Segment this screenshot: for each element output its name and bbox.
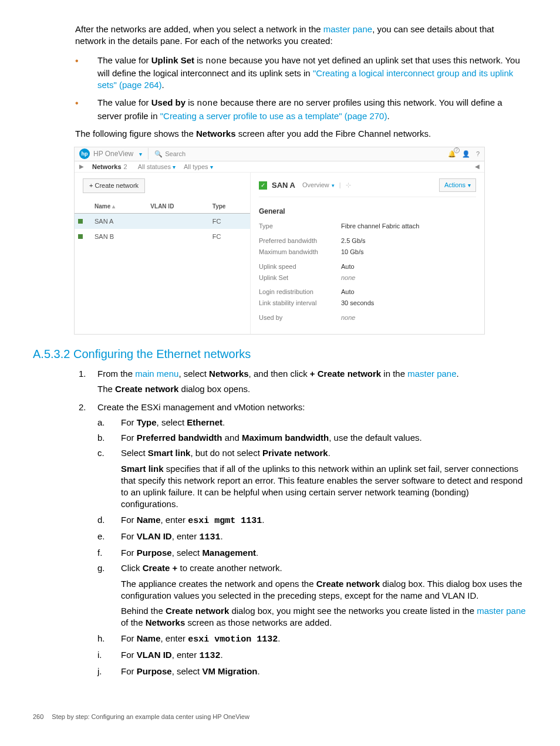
create-network-button[interactable]: + Create network (83, 178, 145, 193)
notification-badge: 2 (454, 147, 460, 153)
details-pane: ✓ SAN A Overview ▾ | ⊹ Actions▾ General … (251, 173, 484, 334)
text: The value for (97, 97, 151, 107)
substep-c-note: Smart link specifies that if all of the … (121, 463, 527, 511)
help-icon[interactable]: ? (476, 150, 480, 158)
text: . (162, 80, 164, 90)
text: is (194, 55, 205, 65)
property-key: Type (259, 222, 341, 231)
col-type[interactable]: Type (209, 200, 250, 213)
text: none (205, 56, 227, 66)
step-2: 2. Create the ESXi management and vMotio… (33, 401, 527, 678)
step-1: 1. From the main menu, select Networks, … (33, 368, 527, 396)
text: Create the ESXi management and vMotion n… (97, 402, 305, 412)
step-1-result: The Create network dialog box opens. (97, 383, 527, 395)
actions-button[interactable]: Actions▾ (439, 178, 476, 192)
notification-icon[interactable]: 🔔2 (448, 150, 456, 158)
page-number: 260 (33, 713, 43, 721)
substep-b: b. For Preferred bandwidth and Maximum b… (97, 432, 527, 444)
intro-paragraph-1: After the networks are added, when you s… (75, 23, 527, 48)
property-key: Link stability interval (259, 299, 341, 308)
cell-name: SAN B (91, 229, 147, 245)
footer-text: Step by step: Configuring an example dat… (52, 713, 249, 721)
section-heading: A.5.3.2 Configuring the Ethernet network… (33, 346, 527, 362)
master-pane-link[interactable]: master pane (477, 606, 525, 616)
intro-bullet-list: The value for Uplink Set is none because… (33, 55, 527, 122)
type-filter[interactable]: All types ▾ (184, 163, 213, 171)
substep-f: f. For Purpose, select Management. (97, 547, 527, 559)
master-pane-link[interactable]: master pane (407, 369, 456, 379)
networks-screen-figure: hp HP OneView ▾ 🔍 Search 🔔2 👤 ? ▶ Networ… (74, 147, 485, 335)
separator (148, 148, 149, 160)
substep-g-note1: The appliance creates the network and op… (121, 578, 527, 602)
status-dot-icon (78, 234, 83, 239)
collapse-right-icon[interactable]: ◀ (475, 163, 480, 171)
text: none (197, 99, 218, 109)
creating-server-profile-link[interactable]: "Creating a server profile to use as a t… (160, 111, 387, 121)
cell-vlan (147, 229, 208, 245)
sub-header: ▶ Networks 2 All statuses ▾ All types ▾ … (75, 161, 484, 173)
text: Used by (151, 97, 185, 107)
view-selector-label[interactable]: Overview (302, 181, 329, 190)
cell-type: FC (209, 229, 250, 245)
col-vlan[interactable]: VLAN ID (147, 200, 208, 213)
intro-paragraph-2: The following figure shows the Networks … (75, 128, 527, 140)
text: From the (97, 369, 135, 379)
text: , select (178, 369, 209, 379)
property-value: 30 seconds (341, 299, 374, 308)
property-row: Used bynone (259, 313, 476, 322)
expand-left-icon[interactable]: ▶ (79, 163, 84, 171)
bullet-used-by: The value for Used by is none because th… (33, 97, 527, 122)
property-value: 10 Gb/s (341, 248, 364, 256)
status-filter[interactable]: All statuses ▾ (138, 163, 176, 171)
col-status[interactable] (75, 200, 91, 213)
property-value: Auto (341, 262, 355, 271)
property-row: TypeFibre channel Fabric attach (259, 222, 476, 231)
property-row: Uplink speedAuto (259, 262, 476, 271)
master-pane: + Create network Name ▴ VLAN ID Type SAN… (75, 173, 251, 334)
master-pane-link[interactable]: master pane (323, 24, 372, 34)
text: in the (381, 369, 407, 379)
property-value: Auto (341, 288, 355, 296)
status-dot-icon (78, 219, 83, 224)
text: The following figure shows the (75, 129, 196, 139)
text: Networks (209, 369, 249, 379)
text: is (185, 97, 197, 107)
cell-type: FC (209, 213, 250, 229)
text: , and then click (249, 369, 310, 379)
property-row: Link stability interval30 seconds (259, 299, 476, 308)
chevron-down-icon[interactable]: ▾ (332, 182, 335, 189)
property-value: 2.5 Gb/s (341, 237, 366, 245)
hp-logo-icon: hp (79, 148, 90, 159)
page-footer: 260 Step by step: Configuring an example… (33, 713, 527, 721)
user-icon[interactable]: 👤 (462, 150, 470, 158)
text: After the networks are added, when you s… (75, 24, 323, 34)
main-menu-link[interactable]: main menu (135, 369, 178, 379)
property-row: Maximum bandwidth10 Gb/s (259, 248, 476, 256)
status-ok-icon: ✓ (259, 181, 267, 190)
table-row[interactable]: SAN AFC (75, 213, 250, 229)
property-key: Uplink Set (259, 274, 341, 282)
cell-vlan (147, 213, 208, 229)
substep-i: i. For VLAN ID, enter 1132. (97, 649, 527, 662)
search-icon[interactable]: 🔍 (154, 150, 163, 158)
property-value: none (341, 274, 355, 282)
map-icon[interactable]: ⊹ (346, 181, 351, 190)
substep-g-note2: Behind the Create network dialog box, yo… (121, 605, 527, 629)
substep-j: j. For Purpose, select VM Migration. (97, 666, 527, 677)
text: Uplink Set (151, 55, 194, 65)
search-placeholder[interactable]: Search (165, 150, 185, 158)
table-row[interactable]: SAN BFC (75, 229, 250, 245)
substep-c: c. Select Smart link, but do not select … (97, 447, 527, 510)
chevron-down-icon[interactable]: ▾ (139, 150, 142, 158)
property-key: Preferred bandwidth (259, 237, 341, 245)
substep-list: a. For Type, select Ethernet. b. For Pre… (97, 417, 527, 678)
text: Networks (196, 129, 236, 139)
col-name[interactable]: Name ▴ (91, 200, 147, 213)
property-value: Fibre channel Fabric attach (341, 222, 419, 231)
resource-title: Networks (92, 163, 122, 171)
procedure-list: 1. From the main menu, select Networks, … (33, 368, 527, 677)
cell-name: SAN A (91, 213, 147, 229)
substep-e: e. For VLAN ID, enter 1131. (97, 531, 527, 544)
property-key: Used by (259, 313, 341, 322)
app-header: hp HP OneView ▾ 🔍 Search 🔔2 👤 ? (75, 147, 484, 161)
